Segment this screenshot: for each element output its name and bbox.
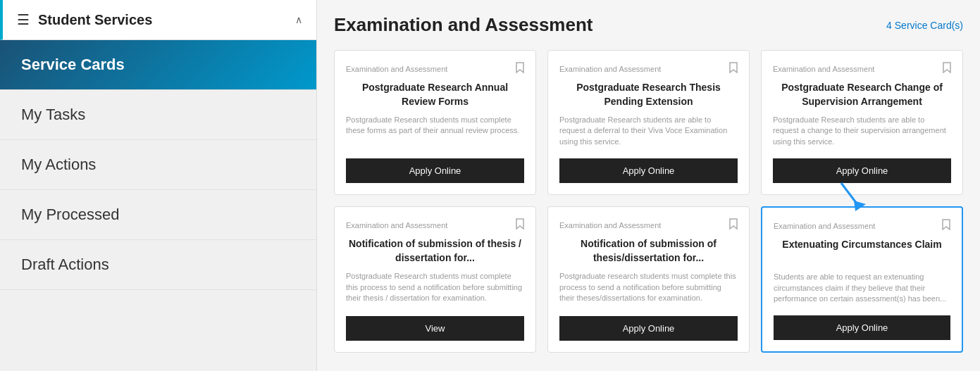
- card-title: Notification of submission of thesis/dis…: [559, 237, 738, 265]
- card-apply-button[interactable]: Apply Online: [559, 158, 738, 183]
- bookmark-icon[interactable]: [942, 219, 950, 232]
- bookmark-icon[interactable]: [729, 62, 738, 75]
- card-apply-button[interactable]: Apply Online: [774, 315, 950, 340]
- card-category-row: Examination and Assessment: [559, 62, 738, 75]
- svg-marker-1: [854, 201, 866, 211]
- card-title: Notification of submission of thesis / d…: [346, 237, 524, 265]
- service-card-5: Examination and AssessmentNotification o…: [547, 206, 750, 353]
- card-category-label: Examination and Assessment: [346, 65, 447, 73]
- card-category-row: Examination and Assessment: [773, 62, 951, 75]
- sidebar-header: ☰ Student Services ∧: [0, 0, 316, 40]
- card-category-row: Examination and Assessment: [346, 218, 524, 232]
- sidebar-item-my-tasks[interactable]: My Tasks: [0, 90, 316, 140]
- sidebar-item-draft-actions[interactable]: Draft Actions: [0, 240, 316, 290]
- card-apply-button[interactable]: View: [346, 316, 524, 341]
- service-card-2: Examination and AssessmentPostgraduate R…: [547, 50, 750, 195]
- card-description: Postgraduate Research students are able …: [773, 115, 951, 147]
- card-apply-button[interactable]: Apply Online: [346, 158, 524, 183]
- card-category-label: Examination and Assessment: [559, 221, 661, 229]
- highlight-arrow: [834, 180, 869, 218]
- bookmark-icon[interactable]: [729, 218, 738, 232]
- chevron-up-icon[interactable]: ∧: [295, 14, 302, 25]
- sidebar-header-left: ☰ Student Services: [17, 11, 152, 28]
- card-category-label: Examination and Assessment: [346, 221, 447, 229]
- bookmark-icon[interactable]: [516, 218, 524, 232]
- card-title: Postgraduate Research Change of Supervis…: [773, 81, 951, 109]
- sidebar: ☰ Student Services ∧ Service CardsMy Tas…: [0, 0, 317, 371]
- card-category-row: Examination and Assessment: [774, 219, 950, 232]
- menu-icon: ☰: [17, 11, 30, 28]
- card-description: Students are able to request an extenuat…: [774, 272, 950, 304]
- sidebar-item-my-processed[interactable]: My Processed: [0, 190, 316, 240]
- card-title: Extenuating Circumstances Claim: [774, 238, 950, 266]
- service-card-3: Examination and AssessmentPostgraduate R…: [761, 50, 963, 195]
- service-card-6: Examination and AssessmentExtenuating Ci…: [761, 206, 963, 353]
- sidebar-title: Student Services: [38, 12, 152, 28]
- sidebar-nav: Service CardsMy TasksMy ActionsMy Proces…: [0, 40, 316, 290]
- card-category-label: Examination and Assessment: [774, 222, 875, 230]
- main-header: Examination and Assessment 4 Service Car…: [334, 14, 963, 36]
- card-category-row: Examination and Assessment: [346, 62, 524, 75]
- card-title: Postgraduate Research Annual Review Form…: [346, 81, 524, 109]
- card-category-row: Examination and Assessment: [559, 218, 738, 232]
- card-category-label: Examination and Assessment: [773, 65, 874, 73]
- bookmark-icon[interactable]: [516, 62, 524, 75]
- bookmark-icon[interactable]: [943, 62, 951, 75]
- card-description: Postgraduate research students must comp…: [559, 271, 738, 305]
- card-description: Postgraduate Research students must comp…: [346, 271, 524, 305]
- card-category-label: Examination and Assessment: [559, 65, 661, 73]
- sidebar-item-my-actions[interactable]: My Actions: [0, 140, 316, 190]
- card-description: Postgraduate Research students are able …: [559, 115, 738, 147]
- main-content: Examination and Assessment 4 Service Car…: [317, 0, 980, 371]
- service-count[interactable]: 4 Service Card(s): [886, 20, 963, 31]
- card-description: Postgraduate Research students must comp…: [346, 115, 524, 147]
- sidebar-item-service-cards[interactable]: Service Cards: [0, 40, 316, 90]
- cards-grid: Examination and AssessmentPostgraduate R…: [334, 50, 963, 353]
- service-card-4: Examination and AssessmentNotification o…: [334, 206, 536, 353]
- page-title: Examination and Assessment: [334, 14, 593, 36]
- card-apply-button[interactable]: Apply Online: [559, 316, 738, 341]
- service-card-1: Examination and AssessmentPostgraduate R…: [334, 50, 536, 195]
- card-title: Postgraduate Research Thesis Pending Ext…: [559, 81, 738, 109]
